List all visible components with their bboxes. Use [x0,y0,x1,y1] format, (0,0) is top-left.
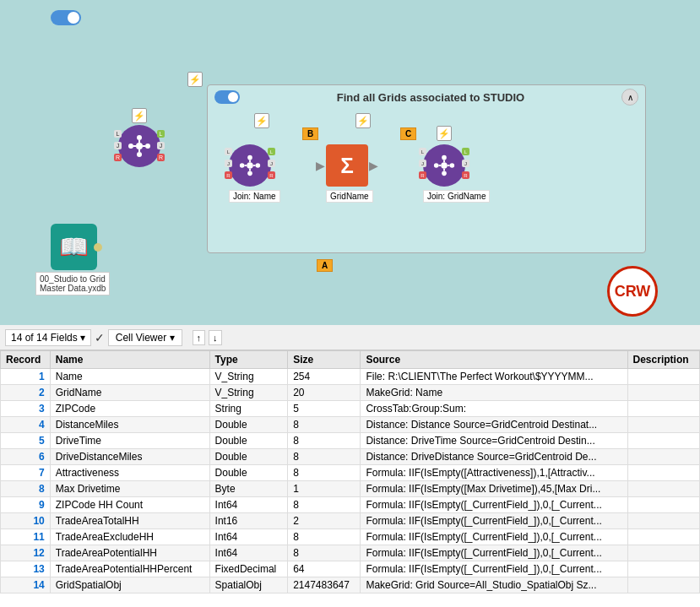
col-name: Name [50,351,209,369]
outer-join-circle [118,125,160,167]
workflow-toggle[interactable] [214,90,240,104]
cell-record: 8 [1,481,51,497]
cell-name: DriveDistanceMiles [50,449,209,465]
col-description: Description [627,351,699,369]
cell-size: 8 [288,417,361,433]
cell-description [627,529,699,545]
database-node[interactable]: 📖 [51,224,97,270]
svg-point-1 [128,144,133,149]
crw-text: CRW [615,283,651,301]
cell-name: DriveTime [50,433,209,449]
cell-description [627,449,699,465]
cell-type: V_String [209,385,288,401]
cell-size: 8 [288,529,361,545]
cell-viewer-button[interactable]: Cell Viewer ▾ [108,329,182,346]
table-row[interactable]: 1NameV_String254File: R:\CLIENT\The Perf… [1,369,700,385]
main-toggle[interactable] [51,10,81,25]
crw-logo: CRW [607,266,683,317]
cell-viewer-arrow: ▾ [170,332,175,344]
cell-type: Int16 [209,513,288,529]
cell-size: 8 [288,433,361,449]
cell-name: DistanceMiles [50,417,209,433]
table-row[interactable]: 6DriveDistanceMilesDouble8Distance: Driv… [1,449,700,465]
table-row[interactable]: 9ZIPCode HH CountInt648Formula: IIF(IsEm… [1,497,700,513]
gridname-caption: GridName [326,190,373,203]
cell-size: 20 [288,385,361,401]
cell-name: TradeAreaExcludeHH [50,529,209,545]
svg-point-20 [450,163,455,168]
table-row[interactable]: 10TradeAreaTotalHHInt162Formula: IIF(IsE… [1,513,700,529]
svg-point-3 [137,135,142,140]
table-row[interactable]: 4DistanceMilesDouble8Distance: Distance … [1,417,700,433]
cell-type: Byte [209,481,288,497]
svg-point-9 [247,162,252,168]
crw-circle: CRW [607,266,658,317]
cell-source: Formula: IIF(IsEmpty([Max Drivetime]),45… [361,481,627,497]
collapse-button[interactable]: ∧ [621,89,638,106]
cell-record: 5 [1,433,51,449]
table-row[interactable]: 8Max DrivetimeByte1Formula: IIF(IsEmpty(… [1,481,700,497]
cell-type: FixedDecimal [209,561,288,577]
arrow-down-button[interactable]: ↓ [209,330,222,345]
fields-button[interactable]: 14 of 14 Fields ▾ [5,329,91,346]
table-row[interactable]: 13TradeAreaPotentialHHPercentFixedDecima… [1,561,700,577]
cell-source: Formula: IIF(IsEmpty([_CurrentField_]),0… [361,529,627,545]
cell-viewer-label: Cell Viewer [116,332,166,344]
cell-record: 10 [1,513,51,529]
inner-hub-c-icon [432,154,456,177]
cell-source: Formula: IIF(IsEmpty([_CurrentField_]),0… [361,497,627,513]
arrow-up-button[interactable]: ↑ [193,330,206,345]
svg-point-10 [240,163,245,168]
workflow-toggle-knob [228,92,238,102]
sigma-body: Σ [326,144,368,187]
cell-description [627,369,699,385]
cell-name: ZIPCode HH Count [50,497,209,513]
cell-size: 8 [288,465,361,481]
cell-name: GridName [50,385,209,401]
canvas-area: ⚡ A L J [0,0,700,325]
right-ports-outer: L J R [157,130,165,161]
cell-record: 1 [1,369,51,385]
outer-join-node[interactable]: L J R L J R ⚡ [118,125,160,167]
toggle-knob [68,12,79,24]
join-c-lightning: ⚡ [437,126,452,141]
summarize-node[interactable]: Σ ▶ ▶ GridName [326,144,373,203]
cell-source: MakeGrid: Grid Source=All_Studio_Spatial… [361,577,627,593]
join-lightning: ⚡ [132,108,147,123]
inner-join-a[interactable]: L J R L J R Join: Name [229,144,280,203]
cell-name: TradeAreaPotentialHHPercent [50,561,209,577]
table-row[interactable]: 14GridSpatialObjSpatialObj2147483647Make… [1,577,700,593]
cell-description [627,465,699,481]
cell-description [627,385,699,401]
label-c: C [400,127,416,140]
table-row[interactable]: 11TradeAreaExcludeHHInt648Formula: IIF(I… [1,529,700,545]
db-connector [94,243,102,252]
inner-join-c[interactable]: ⚡ L J R L J R Join: GridName [423,144,490,203]
cell-record: 13 [1,561,51,577]
cell-type: String [209,401,288,417]
inner-right-ports: L J R [268,148,275,179]
data-table: Record Name Type Size Source Description… [0,350,700,593]
checkmark-icon: ✓ [95,331,105,344]
cell-type: Double [209,449,288,465]
workflow-container: Find all Grids associated to STUDIO ∧ ⚡ … [207,84,646,253]
cell-source: MakeGrid: Name [361,385,627,401]
cell-description [627,497,699,513]
table-row[interactable]: 7AttractivenessDouble8Formula: IIF(IsEmp… [1,465,700,481]
cell-source: Distance: Distance Source=GridCentroid D… [361,417,627,433]
cell-source: CrossTab:Group:Sum: [361,401,627,417]
table-row[interactable]: 2GridNameV_String20MakeGrid: Name [1,385,700,401]
cell-type: SpatialObj [209,577,288,593]
svg-point-2 [145,144,150,149]
cell-name: ZIPCode [50,401,209,417]
fields-label: 14 of 14 Fields [11,332,78,344]
cell-size: 8 [288,497,361,513]
svg-point-21 [442,155,447,160]
cell-size: 2 [288,513,361,529]
cell-description [627,481,699,497]
table-row[interactable]: 5DriveTimeDouble8Distance: DriveTime Sou… [1,433,700,449]
cell-source: Formula: IIF(IsEmpty([Attractiveness]),1… [361,465,627,481]
table-row[interactable]: 3ZIPCodeString5CrossTab:Group:Sum: [1,401,700,417]
data-table-container[interactable]: Record Name Type Size Source Description… [0,350,700,607]
table-row[interactable]: 12TradeAreaPotentialHHInt648Formula: IIF… [1,545,700,561]
